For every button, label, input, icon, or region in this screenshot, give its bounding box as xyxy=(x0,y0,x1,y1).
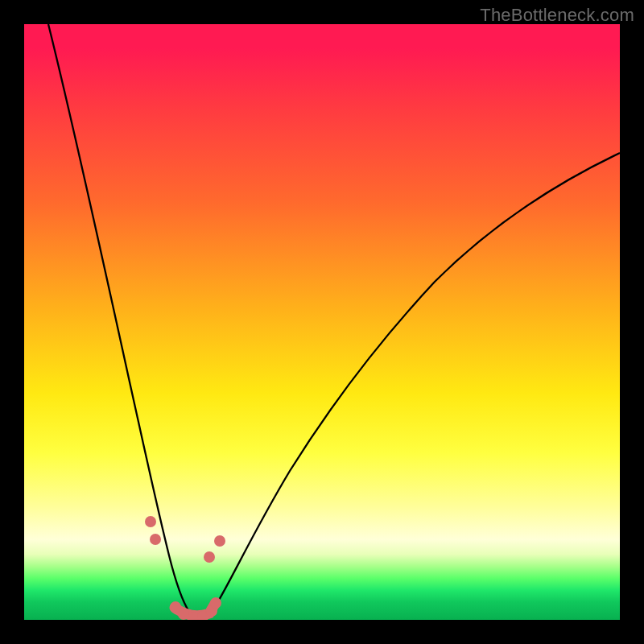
marker-dot xyxy=(210,597,221,609)
curve-right-branch xyxy=(200,153,620,620)
marker-dot xyxy=(145,516,156,527)
marker-dot xyxy=(178,609,189,620)
curve-left-branch xyxy=(48,24,200,620)
marker-dot xyxy=(150,534,161,545)
marker-dot xyxy=(204,551,215,563)
chart-frame: TheBottleneck.com xyxy=(0,0,644,644)
watermark-text: TheBottleneck.com xyxy=(480,5,634,26)
marker-dot xyxy=(214,535,225,547)
plot-area xyxy=(24,24,620,620)
curves-layer xyxy=(24,24,620,620)
